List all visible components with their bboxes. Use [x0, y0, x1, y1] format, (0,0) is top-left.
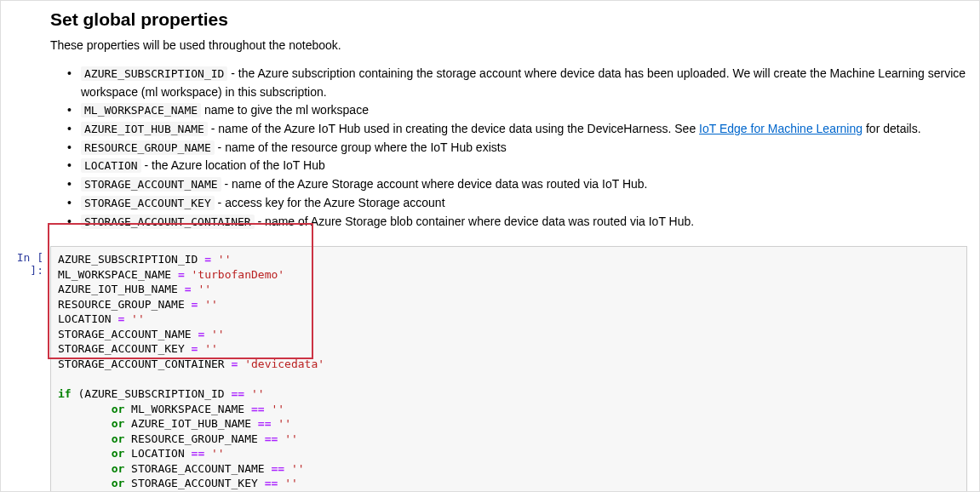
properties-list: AZURE_SUBSCRIPTION_ID - the Azure subscr… — [50, 65, 967, 231]
property-code: RESOURCE_GROUP_NAME — [81, 140, 215, 155]
property-code: ML_WORKSPACE_NAME — [81, 103, 201, 117]
property-code: STORAGE_ACCOUNT_KEY — [81, 196, 215, 210]
list-item: STORAGE_ACCOUNT_CONTAINER - name of Azur… — [67, 213, 967, 232]
list-item: STORAGE_ACCOUNT_KEY - access key for the… — [67, 194, 967, 213]
property-code: AZURE_IOT_HUB_NAME — [81, 122, 208, 136]
property-code: AZURE_SUBSCRIPTION_ID — [81, 66, 227, 81]
list-item: RESOURCE_GROUP_NAME - name of the resour… — [67, 139, 967, 157]
code-line: STORAGE_ACCOUNT_KEY = '' — [58, 341, 960, 357]
code-line: LOCATION = '' — [58, 312, 960, 327]
code-input[interactable]: AZURE_SUBSCRIPTION_ID = ''ML_WORKSPACE_N… — [50, 246, 967, 492]
code-line: AZURE_SUBSCRIPTION_ID = '' — [58, 252, 960, 267]
code-line: STORAGE_ACCOUNT_CONTAINER = 'devicedata' — [58, 357, 960, 372]
list-item: ML_WORKSPACE_NAME name to give the ml wo… — [67, 101, 967, 120]
code-line: if (AZURE_SUBSCRIPTION_ID == '' — [58, 386, 960, 402]
property-code: LOCATION — [81, 158, 141, 173]
code-line: or LOCATION == '' — [58, 446, 960, 461]
list-item: STORAGE_ACCOUNT_NAME - name of the Azure… — [67, 175, 967, 194]
property-code: STORAGE_ACCOUNT_NAME — [81, 177, 221, 192]
code-line: RESOURCE_GROUP_NAME = '' — [58, 297, 960, 312]
input-prompt: In [ ]: — [1, 246, 50, 277]
code-cell[interactable]: In [ ]: AZURE_SUBSCRIPTION_ID = ''ML_WOR… — [1, 246, 979, 492]
section-heading: Set global properties — [50, 9, 967, 30]
notebook-container: Set global properties These properties w… — [1, 1, 979, 492]
code-line: or RESOURCE_GROUP_NAME == '' — [58, 432, 960, 447]
code-line: or AZURE_IOT_HUB_NAME == '' — [58, 416, 960, 432]
list-item: AZURE_SUBSCRIPTION_ID - the Azure subscr… — [67, 65, 967, 101]
code-line: ML_WORKSPACE_NAME = 'turbofanDemo' — [58, 267, 960, 283]
code-line — [58, 372, 960, 387]
intro-paragraph: These properties will be used throughout… — [50, 37, 967, 54]
code-line: or STORAGE_ACCOUNT_NAME == '' — [58, 461, 960, 477]
code-line: or ML_WORKSPACE_NAME == '' — [58, 402, 960, 417]
code-line: STORAGE_ACCOUNT_NAME = '' — [58, 327, 960, 342]
code-line: AZURE_IOT_HUB_NAME = '' — [58, 282, 960, 297]
list-item: AZURE_IOT_HUB_NAME - name of the Azure I… — [67, 120, 967, 139]
code-line: or STORAGE_ACCOUNT_KEY == '' — [58, 476, 960, 491]
property-code: STORAGE_ACCOUNT_CONTAINER — [81, 215, 255, 229]
doc-link[interactable]: IoT Edge for Machine Learning — [699, 122, 863, 135]
list-item: LOCATION - the Azure location of the IoT… — [67, 157, 967, 175]
markdown-cell: Set global properties These properties w… — [50, 9, 967, 231]
